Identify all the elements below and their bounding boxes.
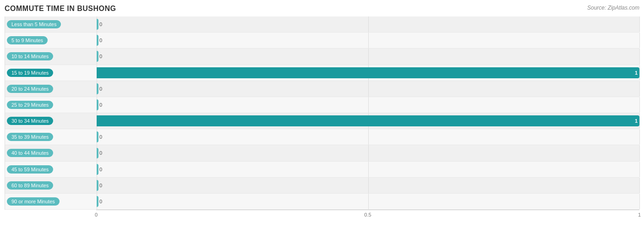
bar-track: 0 xyxy=(97,162,639,177)
bar-label: 35 to 39 Minutes xyxy=(7,133,53,141)
bar-row: 60 to 89 Minutes0 xyxy=(5,178,639,194)
bar-row: 35 to 39 Minutes0 xyxy=(5,129,639,145)
grid-line xyxy=(639,194,640,209)
x-axis-label: 0.5 xyxy=(364,212,371,217)
bar-row: 15 to 19 Minutes1 xyxy=(5,65,639,81)
bar-track: 1 xyxy=(97,65,639,81)
grid-line xyxy=(368,97,369,113)
bar-fill xyxy=(97,19,98,30)
bar-label: Less than 5 Minutes xyxy=(7,20,61,28)
bar-fill xyxy=(97,35,98,46)
bar-label: 45 to 59 Minutes xyxy=(7,165,53,174)
bar-fill xyxy=(97,196,98,207)
grid-line xyxy=(368,49,369,64)
bar-value: 0 xyxy=(99,167,102,172)
bar-row: 25 to 29 Minutes0 xyxy=(5,97,639,113)
bar-fill xyxy=(97,83,98,94)
grid-line xyxy=(639,49,640,64)
grid-line xyxy=(639,81,640,97)
bar-label-pill: 60 to 89 Minutes xyxy=(5,181,97,190)
bar-label-pill: 30 to 34 Minutes xyxy=(5,117,97,125)
bar-row: 5 to 9 Minutes0 xyxy=(5,33,639,49)
bar-value: 0 xyxy=(99,102,102,108)
bar-label: 10 to 14 Minutes xyxy=(7,52,53,60)
bar-fill xyxy=(97,180,98,191)
bar-label: 5 to 9 Minutes xyxy=(7,36,48,44)
bar-row: 40 to 44 Minutes0 xyxy=(5,145,639,161)
grid-line xyxy=(639,16,640,32)
grid-line xyxy=(368,145,369,161)
bar-value: 1 xyxy=(635,70,638,76)
bar-track: 0 xyxy=(97,194,639,209)
bar-value: 0 xyxy=(99,183,102,188)
grid-line xyxy=(639,65,640,81)
bar-value: 0 xyxy=(99,199,102,204)
bar-row: 30 to 34 Minutes1 xyxy=(5,113,639,129)
bar-row: 45 to 59 Minutes0 xyxy=(5,162,639,178)
bar-label: 15 to 19 Minutes xyxy=(7,69,53,77)
bar-track: 0 xyxy=(97,145,639,161)
bar-value: 0 xyxy=(99,86,102,92)
bar-row: 20 to 24 Minutes0 xyxy=(5,81,639,97)
bar-row: 10 to 14 Minutes0 xyxy=(5,49,639,65)
grid-line xyxy=(368,162,369,177)
chart-container: COMMUTE TIME IN BUSHONG Source: ZipAtlas… xyxy=(0,0,644,239)
grid-line xyxy=(639,162,640,177)
bar-row: Less than 5 Minutes0 xyxy=(5,16,639,33)
bar-fill: 1 xyxy=(97,67,639,78)
bar-track: 0 xyxy=(97,129,639,145)
grid-line xyxy=(368,16,369,32)
bar-value: 0 xyxy=(99,38,102,43)
bar-label-pill: 90 or more Minutes xyxy=(5,197,97,206)
bar-label: 60 to 89 Minutes xyxy=(7,181,53,190)
grid-line xyxy=(639,33,640,48)
bar-label-pill: 5 to 9 Minutes xyxy=(5,36,97,44)
bar-track: 0 xyxy=(97,97,639,113)
bar-value: 0 xyxy=(99,22,102,27)
bar-label: 90 or more Minutes xyxy=(7,197,60,206)
bar-value: 0 xyxy=(99,54,102,59)
bar-row: 90 or more Minutes0 xyxy=(5,194,639,210)
bar-label-pill: 35 to 39 Minutes xyxy=(5,133,97,141)
bar-label: 30 to 34 Minutes xyxy=(7,117,53,125)
bar-value: 0 xyxy=(99,134,102,140)
grid-line xyxy=(368,81,369,97)
bar-fill xyxy=(97,51,98,62)
bar-value: 1 xyxy=(635,118,638,124)
grid-line xyxy=(639,145,640,161)
bar-fill xyxy=(97,131,98,142)
grid-line xyxy=(639,129,640,145)
bar-fill xyxy=(97,148,98,159)
bar-value: 0 xyxy=(99,150,102,156)
bar-track: 0 xyxy=(97,49,639,64)
bar-label-pill: 20 to 24 Minutes xyxy=(5,85,97,93)
bar-label-pill: 15 to 19 Minutes xyxy=(5,69,97,77)
bar-label-pill: 25 to 29 Minutes xyxy=(5,101,97,109)
grid-line xyxy=(639,178,640,193)
bar-label: 20 to 24 Minutes xyxy=(7,85,53,93)
bar-track: 0 xyxy=(97,178,639,193)
bar-track: 1 xyxy=(97,113,639,129)
bar-label-pill: 45 to 59 Minutes xyxy=(5,165,97,174)
grid-line xyxy=(368,194,369,209)
bar-label-pill: 40 to 44 Minutes xyxy=(5,149,97,157)
grid-line xyxy=(368,33,369,48)
x-axis-label: 0 xyxy=(95,212,98,217)
bar-label-pill: Less than 5 Minutes xyxy=(5,20,97,28)
bar-label: 40 to 44 Minutes xyxy=(7,149,53,157)
chart-area: Less than 5 Minutes05 to 9 Minutes010 to… xyxy=(5,16,639,219)
bar-label-pill: 10 to 14 Minutes xyxy=(5,52,97,60)
bar-label: 25 to 29 Minutes xyxy=(7,101,53,109)
grid-line xyxy=(639,97,640,113)
grid-line xyxy=(368,129,369,145)
chart-title: COMMUTE TIME IN BUSHONG xyxy=(5,5,639,13)
bar-track: 0 xyxy=(97,81,639,97)
bar-fill xyxy=(97,164,98,175)
bars-wrapper: Less than 5 Minutes05 to 9 Minutes010 to… xyxy=(5,16,639,210)
x-axis-label: 1 xyxy=(638,212,641,217)
grid-line xyxy=(368,178,369,193)
x-axis: 00.51 xyxy=(96,210,639,219)
bar-fill: 1 xyxy=(97,115,639,126)
bar-fill xyxy=(97,99,98,110)
bar-track: 0 xyxy=(97,16,639,32)
